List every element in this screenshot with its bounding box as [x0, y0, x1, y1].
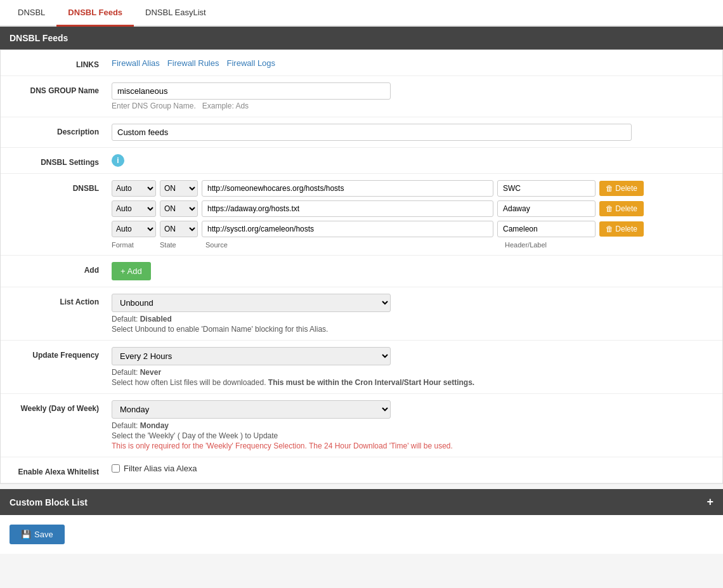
column-headers: Format State Source Header/Label: [112, 241, 713, 249]
dnsbl-content: AutoCIDRHostsListONOFF🗑 DeleteAutoCIDRHo…: [112, 180, 713, 249]
save-row: 💾 Save: [0, 515, 723, 554]
custom-block-title: Custom Block List: [10, 497, 88, 507]
weekly-select[interactable]: SundayMondayTuesdayWednesdayThursdayFrid…: [112, 400, 391, 419]
content-area: LINKS Firewall Alias Firewall Rules Fire…: [0, 49, 723, 484]
link-firewall-rules[interactable]: Firewall Rules: [167, 58, 219, 68]
alexa-checkbox-label: Filter Alias via Alexa: [112, 464, 713, 473]
description-input[interactable]: [112, 124, 632, 141]
format-select-2[interactable]: AutoCIDRHostsList: [112, 221, 156, 237]
add-row: Add + Add: [1, 256, 722, 287]
update-freq-hint: Select how often List files will be down…: [112, 378, 713, 387]
description-content: [112, 124, 713, 141]
list-action-row: List Action DisabledUnboundIP FirewallNu…: [1, 287, 722, 341]
label-input-1[interactable]: [497, 200, 596, 217]
update-frequency-content: NeverEvery HourEvery 2 HoursEvery 3 Hour…: [112, 347, 713, 387]
col-header-label-header: Header/Label: [505, 241, 603, 249]
table-row: AutoCIDRHostsListONOFF🗑 Delete: [112, 221, 713, 237]
table-row: AutoCIDRHostsListONOFF🗑 Delete: [112, 180, 713, 197]
col-state-header: State: [160, 241, 202, 249]
state-select-2[interactable]: ONOFF: [160, 221, 198, 237]
weekly-label: Weekly (Day of Week): [10, 400, 112, 413]
link-firewall-alias[interactable]: Firewall Alias: [112, 58, 160, 68]
dnsbl-label: DNSBL: [10, 180, 112, 193]
delete-button-1[interactable]: 🗑 Delete: [599, 201, 644, 216]
source-input-2[interactable]: [202, 221, 493, 237]
label-input-0[interactable]: [497, 180, 596, 197]
alexa-checkbox[interactable]: [112, 464, 120, 473]
save-disk-icon: 💾: [21, 530, 31, 539]
update-freq-default: Default: Never: [112, 368, 713, 377]
delete-button-2[interactable]: 🗑 Delete: [599, 221, 644, 237]
source-input-1[interactable]: [202, 200, 493, 217]
add-content: + Add: [112, 262, 713, 280]
state-select-0[interactable]: ONOFF: [160, 180, 198, 197]
dns-group-row: DNS GROUP Name Enter DNS Group Name. Exa…: [1, 76, 722, 117]
alexa-row: Enable Alexa Whitelist Filter Alias via …: [1, 457, 722, 483]
label-input-2[interactable]: [497, 221, 596, 237]
alexa-content: Filter Alias via Alexa: [112, 464, 713, 473]
weekly-content: SundayMondayTuesdayWednesdayThursdayFrid…: [112, 400, 713, 450]
links-list: Firewall Alias Firewall Rules Firewall L…: [112, 58, 713, 68]
col-source-header: Source: [205, 241, 501, 249]
save-label: Save: [34, 530, 53, 539]
tab-dnsbl[interactable]: DNSBL: [6, 0, 56, 27]
alexa-checkbox-text: Filter Alias via Alexa: [124, 464, 197, 473]
list-action-select[interactable]: DisabledUnboundIP FirewallNull: [112, 294, 391, 312]
dnsbl-settings-label: DNSBL Settings: [10, 154, 112, 167]
dnsbl-settings-row: DNSBL Settings i: [1, 148, 722, 174]
delete-button-0[interactable]: 🗑 Delete: [599, 181, 644, 196]
weekly-hint2: This is only required for the 'Weekly' F…: [112, 441, 713, 450]
weekly-row: Weekly (Day of Week) SundayMondayTuesday…: [1, 394, 722, 457]
add-button[interactable]: + Add: [112, 262, 151, 280]
link-firewall-logs[interactable]: Firewall Logs: [227, 58, 276, 68]
col-format-header: Format: [112, 241, 156, 249]
tab-dnsbl-easylist[interactable]: DNSBL EasyList: [134, 0, 218, 27]
table-row: AutoCIDRHostsListONOFF🗑 Delete: [112, 200, 713, 217]
section-title: DNSBL Feeds: [10, 33, 68, 43]
dnsbl-settings-content: i: [112, 154, 713, 167]
links-row: LINKS Firewall Alias Firewall Rules Fire…: [1, 50, 722, 76]
custom-block-header: Custom Block List +: [0, 489, 723, 515]
dnsbl-row-container: DNSBL AutoCIDRHostsListONOFF🗑 DeleteAuto…: [1, 174, 722, 256]
section-header: DNSBL Feeds: [0, 27, 723, 49]
description-label: Description: [10, 124, 112, 136]
weekly-hint1: Select the 'Weekly' ( Day of the Week ) …: [112, 431, 713, 440]
state-select-1[interactable]: ONOFF: [160, 200, 198, 217]
add-label: Add: [10, 262, 112, 275]
description-row: Description: [1, 117, 722, 148]
list-action-label: List Action: [10, 294, 112, 306]
update-frequency-row: Update Frequency NeverEvery HourEvery 2 …: [1, 341, 722, 394]
list-action-default: Default: Disabled: [112, 315, 713, 323]
dns-group-hint: Enter DNS Group Name. Example: Ads: [112, 101, 713, 110]
dns-group-label: DNS GROUP Name: [10, 82, 112, 95]
list-action-hint: Select Unbound to enable 'Domain Name' b…: [112, 325, 713, 334]
tab-dnsbl-feeds[interactable]: DNSBL Feeds: [56, 0, 134, 27]
info-icon[interactable]: i: [112, 154, 124, 167]
custom-block-plus-icon[interactable]: +: [707, 495, 713, 509]
format-select-1[interactable]: AutoCIDRHostsList: [112, 200, 156, 217]
dns-group-content: Enter DNS Group Name. Example: Ads: [112, 82, 713, 110]
weekly-default: Default: Monday: [112, 421, 713, 430]
save-button[interactable]: 💾 Save: [10, 525, 65, 544]
top-tabs-bar: DNSBL DNSBL Feeds DNSBL EasyList: [0, 0, 723, 27]
links-label: LINKS: [10, 56, 112, 69]
dns-group-input[interactable]: [112, 82, 391, 100]
update-frequency-label: Update Frequency: [10, 347, 112, 360]
update-frequency-select[interactable]: NeverEvery HourEvery 2 HoursEvery 3 Hour…: [112, 347, 391, 365]
format-select-0[interactable]: AutoCIDRHostsList: [112, 180, 156, 197]
alexa-label: Enable Alexa Whitelist: [10, 464, 112, 476]
source-input-0[interactable]: [202, 180, 493, 197]
list-action-content: DisabledUnboundIP FirewallNull Default: …: [112, 294, 713, 334]
